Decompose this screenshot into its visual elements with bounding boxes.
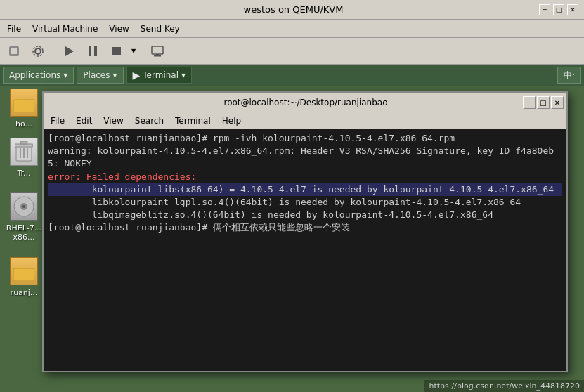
toolbar: ▼ [0, 38, 584, 65]
terminal-window: root@localhost:~/Desktop/ruanjianbao ─ □… [42, 91, 568, 372]
desktop-icon-trash[interactable]: Tr... [1, 135, 46, 181]
rhel-icon-label: RHEL-7...x86... [4, 223, 44, 242]
trash-icon [10, 138, 38, 166]
svg-point-22 [22, 205, 25, 208]
applications-arrow: ▾ [63, 70, 67, 80]
svg-rect-5 [89, 46, 91, 56]
panel: Applications ▾ Places ▾ ▶ Terminal ▾ 中· [0, 65, 584, 86]
display-button[interactable] [146, 41, 169, 62]
terminal-line-1: [root@localhost ruanjianbao]# rpm -ivh k… [48, 132, 562, 145]
terminal-menu[interactable]: ▶ Terminal ▾ [126, 67, 193, 84]
menu-view[interactable]: View [105, 22, 133, 35]
ruanjian-icon-label: ruanj... [4, 288, 44, 297]
terminal-body[interactable]: [root@localhost ruanjianbao]# rpm -ivh k… [44, 129, 566, 371]
terminal-title-bar: root@localhost:~/Desktop/ruanjianbao ─ □… [44, 93, 566, 112]
desktop-icon-rhel[interactable]: RHEL-7...x86... [1, 190, 46, 244]
terminal-close-button[interactable]: ✕ [551, 96, 564, 109]
close-button[interactable]: ✕ [567, 4, 578, 15]
power-button[interactable] [3, 41, 25, 62]
language-selector[interactable]: 中· [557, 67, 581, 84]
svg-point-2 [35, 48, 41, 54]
pause-button[interactable] [82, 41, 104, 62]
svg-rect-1 [11, 48, 17, 54]
places-arrow: ▾ [113, 70, 117, 80]
terminal-menu-help[interactable]: Help [218, 115, 245, 126]
terminal-minimize-button[interactable]: ─ [523, 96, 536, 109]
terminal-line-5: libkolourpaint_lgpl.so.4()(64bit) is nee… [48, 196, 562, 209]
applications-label: Applications [9, 70, 60, 80]
minimize-button[interactable]: ─ [539, 4, 550, 15]
terminal-menu-bar: File Edit View Search Terminal Help [44, 112, 566, 129]
svg-rect-7 [112, 47, 121, 55]
menu-bar: File Virtual Machine View Send Key [0, 20, 584, 38]
terminal-label: Terminal [143, 70, 179, 80]
maximize-button[interactable]: □ [553, 4, 564, 15]
desktop-icon-home[interactable]: ho... [1, 86, 46, 131]
ruanjian-folder-icon [10, 257, 38, 285]
svg-rect-11 [13, 100, 34, 112]
title-bar: westos on QEMU/KVM ─ □ ✕ [0, 0, 584, 20]
terminal-line-4: kolourpaint-libs(x86-64) = 4.10.5-4.el7 … [48, 183, 562, 196]
svg-rect-23 [13, 268, 34, 281]
play-button[interactable] [58, 41, 80, 62]
terminal-menu-terminal[interactable]: Terminal [171, 115, 215, 126]
terminal-menu-edit[interactable]: Edit [72, 115, 96, 126]
stop-button[interactable] [105, 41, 128, 62]
terminal-line-2: warning: kolourpaint-4.10.5-4.el7.x86_64… [48, 145, 562, 170]
terminal-line-7: [root@localhost ruanjianbao]# 俩个相互依赖只能些忽… [48, 221, 562, 234]
terminal-line-6: libqimageblitz.so.4()(64bit) is needed b… [48, 209, 562, 221]
window-controls: ─ □ ✕ [539, 4, 578, 15]
trash-icon-label: Tr... [4, 169, 44, 178]
settings-button[interactable] [27, 41, 49, 62]
svg-rect-10 [154, 55, 161, 57]
terminal-line-3: error: Failed dependencies: [48, 171, 562, 183]
svg-rect-16 [20, 141, 27, 144]
svg-marker-4 [65, 46, 74, 56]
stop-dropdown[interactable]: ▼ [129, 41, 138, 62]
status-bar: https://blog.csdn.net/weixin_44818720 [424, 380, 584, 392]
applications-menu[interactable]: Applications ▾ [3, 67, 74, 84]
menu-file[interactable]: File [3, 22, 25, 35]
language-label: 中· [564, 70, 575, 81]
terminal-menu-search[interactable]: Search [131, 115, 168, 126]
home-folder-icon [10, 89, 38, 117]
terminal-window-controls: ─ □ ✕ [523, 96, 564, 109]
rhel-disk-icon [10, 192, 38, 221]
svg-rect-8 [152, 46, 163, 54]
terminal-icon: ▶ [133, 70, 141, 81]
terminal-maximize-button[interactable]: □ [537, 96, 550, 109]
menu-virtual-machine[interactable]: Virtual Machine [28, 22, 102, 35]
svg-rect-9 [156, 54, 159, 55]
terminal-arrow: ▾ [181, 70, 186, 80]
svg-rect-6 [94, 46, 97, 56]
terminal-menu-file[interactable]: File [46, 115, 69, 126]
places-menu[interactable]: Places ▾ [77, 67, 123, 84]
places-label: Places [83, 70, 110, 80]
window-title: westos on QEMU/KVM [48, 4, 539, 15]
menu-send-key[interactable]: Send Key [136, 22, 184, 35]
home-icon-label: ho... [4, 119, 44, 129]
terminal-window-title: root@localhost:~/Desktop/ruanjianbao [89, 98, 523, 107]
desktop-icon-ruanjian[interactable]: ruanj... [1, 254, 46, 300]
svg-rect-15 [15, 144, 33, 147]
terminal-menu-view[interactable]: View [99, 115, 127, 126]
desktop: ho... Tr... RHEL-7...x86... ruanj... roo… [0, 86, 584, 392]
status-url: https://blog.csdn.net/weixin_44818720 [429, 381, 580, 391]
